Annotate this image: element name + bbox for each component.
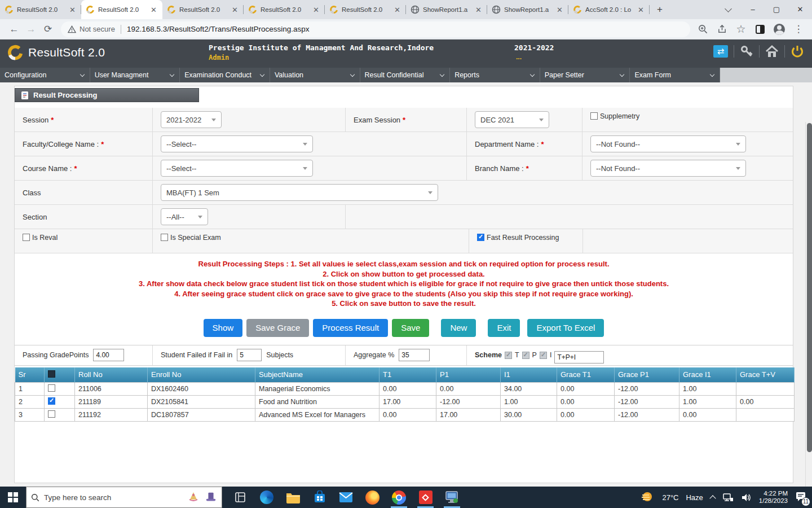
side-panel-icon[interactable] [754, 24, 766, 35]
forward-button[interactable]: → [23, 24, 39, 35]
nav-valuation[interactable]: Valuation [270, 68, 360, 82]
save-button[interactable]: Save [392, 319, 429, 337]
home-icon[interactable] [765, 45, 779, 58]
window-close-button[interactable]: ✕ [788, 0, 812, 19]
course-dropdown[interactable]: --Select-- [161, 160, 313, 177]
remote-desktop-icon[interactable] [439, 487, 465, 508]
change-password-key-icon[interactable] [740, 45, 753, 58]
section-dropdown[interactable]: --All-- [161, 208, 208, 225]
cell-grace-p1: -12.00 [615, 396, 679, 409]
new-button[interactable]: New [441, 319, 476, 337]
firefox-icon[interactable] [359, 487, 386, 508]
tab-close-icon[interactable]: ✕ [555, 6, 564, 14]
nav-examination-conduct[interactable]: Examination Conduct [180, 68, 270, 82]
scheme-t-checkbox[interactable] [505, 352, 512, 359]
save-grace-button[interactable]: Save Grace [246, 319, 309, 337]
tab-close-icon[interactable]: ✕ [68, 6, 77, 14]
taskbar-clock[interactable]: 4:22 PM 1/28/2023 [759, 490, 788, 505]
url-text[interactable]: 192.168.5.3/ResultSoft2/Trans/ResultProc… [127, 25, 310, 33]
network-icon[interactable] [722, 493, 734, 502]
scrollbar-thumb[interactable] [807, 123, 812, 452]
nav-reports[interactable]: Reports [450, 68, 540, 82]
is-special-exam-checkbox[interactable] [161, 234, 168, 241]
tab-showreport-1[interactable]: ShowReport1.a ✕ [406, 0, 487, 19]
failed-subjects-input[interactable] [237, 349, 262, 361]
window-maximize-button[interactable]: ▢ [765, 0, 788, 19]
instructions-block: Result Processing Steps : 1. Set all val… [15, 253, 793, 312]
file-explorer-icon[interactable] [280, 487, 306, 508]
address-bar[interactable]: Not secure 192.168.5.3/ResultSoft2/Trans… [61, 21, 690, 37]
reload-button[interactable]: ⟳ [39, 23, 56, 35]
tray-chevron-up-icon[interactable] [709, 495, 716, 501]
back-button[interactable]: ← [6, 24, 23, 35]
page-scrollbar[interactable] [805, 122, 812, 508]
tab-resultsoft-1[interactable]: ResultSoft 2.0 ✕ [0, 0, 81, 19]
volume-icon[interactable] [741, 493, 752, 502]
profile-avatar-icon[interactable] [774, 24, 785, 35]
tab-close-icon[interactable]: ✕ [312, 6, 320, 14]
row-checkbox[interactable] [48, 384, 55, 392]
process-result-button[interactable]: Process Result [313, 319, 388, 337]
supplemetry-checkbox[interactable] [590, 112, 598, 120]
tab-search-chevron-icon[interactable] [725, 5, 732, 12]
department-dropdown[interactable]: --Not Found-- [590, 135, 746, 152]
mail-icon[interactable] [333, 487, 359, 508]
passing-gradepoints-input[interactable] [93, 349, 124, 361]
taskbar-search[interactable]: Type here to search [26, 487, 222, 508]
row-checkbox[interactable] [48, 397, 55, 405]
row-checkbox[interactable] [48, 410, 55, 418]
microsoft-store-icon[interactable] [306, 487, 333, 508]
export-to-excel-button[interactable]: Export To Excel [527, 319, 604, 337]
search-highlight-hat-icon[interactable] [187, 491, 200, 504]
weather-temp[interactable]: 27°C [662, 493, 678, 502]
tab-resultsoft-4[interactable]: ResultSoft 2.0 ✕ [244, 0, 325, 19]
task-view-button[interactable] [227, 487, 253, 508]
tab-close-icon[interactable]: ✕ [231, 6, 239, 14]
tab-close-icon[interactable]: ✕ [637, 6, 645, 14]
red-diamond-app-icon[interactable] [412, 487, 439, 508]
edge-icon[interactable] [253, 487, 280, 508]
select-all-checkbox[interactable] [48, 370, 55, 378]
tab-showreport-2[interactable]: ShowReport1.a ✕ [487, 0, 568, 19]
start-button[interactable] [0, 487, 26, 508]
session-dropdown[interactable]: 2021-2022 [161, 111, 222, 128]
weather-haze-icon[interactable] [640, 490, 655, 505]
window-minimize-button[interactable]: – [741, 0, 765, 19]
nav-configuration[interactable]: Configuration [0, 68, 90, 82]
zoom-icon[interactable] [697, 24, 708, 35]
tab-resultsoft-3[interactable]: ResultSoft 2.0 ✕ [162, 0, 244, 19]
faculty-dropdown[interactable]: --Select-- [161, 135, 313, 152]
branch-dropdown[interactable]: --Not Found-- [590, 160, 746, 177]
bookmark-star-icon[interactable]: ☆ [735, 24, 747, 35]
fast-result-processing-checkbox[interactable] [477, 234, 484, 241]
scheme-p-checkbox[interactable] [522, 352, 529, 359]
logout-power-icon[interactable] [791, 45, 804, 58]
security-chip[interactable]: Not secure [68, 25, 115, 33]
nav-result-confidential[interactable]: Result Confidential [360, 68, 451, 82]
browser-menu-icon[interactable]: ⋮ [793, 24, 804, 35]
chrome-icon[interactable] [386, 487, 412, 508]
nav-exam-form[interactable]: Exam Form [630, 68, 720, 82]
weather-desc[interactable]: Haze [686, 493, 703, 502]
top-hat-icon[interactable] [205, 491, 217, 504]
aggregate-input[interactable] [399, 349, 430, 361]
tab-resultsoft-5[interactable]: ResultSoft 2.0 ✕ [325, 0, 406, 19]
nav-user-managment[interactable]: User Managment [90, 68, 180, 82]
notification-center[interactable]: 11 [795, 491, 806, 504]
tab-close-icon[interactable]: ✕ [149, 6, 158, 14]
session-switch-icon[interactable]: ⇄ [713, 45, 728, 58]
tab-close-icon[interactable]: ✕ [393, 6, 401, 14]
new-tab-button[interactable]: + [652, 2, 668, 17]
tab-resultsoft-2-active[interactable]: ResultSoft 2.0 ✕ [81, 0, 162, 19]
nav-paper-setter[interactable]: Paper Setter [540, 68, 630, 82]
scheme-input[interactable] [554, 351, 604, 364]
scheme-i-checkbox[interactable] [540, 352, 547, 359]
show-button[interactable]: Show [204, 319, 243, 337]
tab-accsoft[interactable]: AccSoft 2.0 : Lo ✕ [568, 0, 650, 19]
is-reval-checkbox[interactable] [23, 234, 30, 241]
exam-session-dropdown[interactable]: DEC 2021 [475, 111, 549, 128]
exit-button[interactable]: Exit [488, 319, 520, 337]
share-icon[interactable] [716, 24, 727, 35]
tab-close-icon[interactable]: ✕ [474, 6, 483, 14]
class-dropdown[interactable]: MBA(FT) 1 Sem [161, 184, 438, 201]
